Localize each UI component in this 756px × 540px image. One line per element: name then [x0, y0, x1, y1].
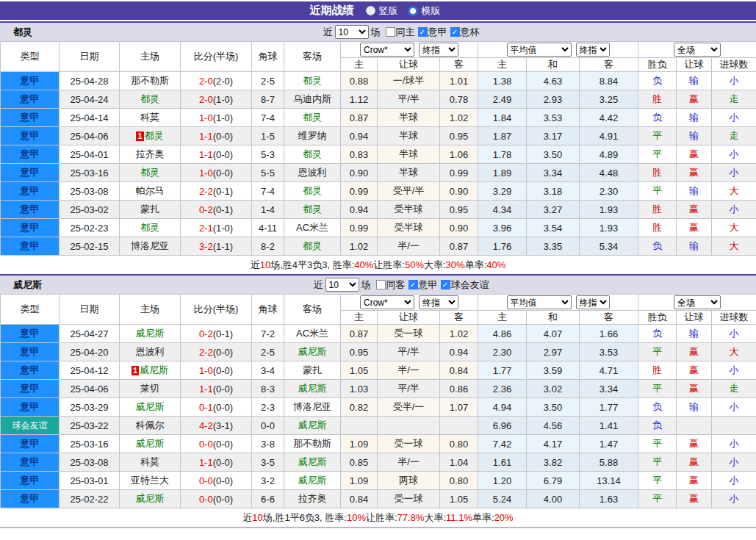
- near-label: 近: [314, 278, 323, 292]
- date-cell: 25-04-20: [60, 343, 120, 361]
- away-team-name: AC米兰: [296, 328, 328, 339]
- fulltime-score: 1-0: [199, 365, 213, 376]
- odds-company-select[interactable]: Crow*: [360, 295, 414, 309]
- filter-checkbox-意甲[interactable]: ✓意甲: [418, 26, 447, 39]
- date-cell: 25-03-01: [60, 472, 120, 490]
- summary-segment: 场,胜4平3负3, 胜率:: [270, 259, 354, 272]
- summary-segment: 大率:: [424, 259, 446, 272]
- score-cell: 2-2(0-0): [181, 343, 252, 361]
- result-outcome-cell: 平: [638, 127, 677, 145]
- odds-handicap-cell: [378, 417, 440, 435]
- filter-checkbox-同客[interactable]: 同客: [376, 278, 406, 292]
- halftime-score: (0-0): [213, 475, 233, 486]
- odds-home-cell: 0.99: [341, 182, 378, 201]
- home-team-name: 科莫: [140, 112, 159, 123]
- recent-count-select[interactable]: 10: [335, 25, 369, 39]
- subcol-header: 进球数: [712, 311, 756, 325]
- checkbox-icon[interactable]: ✓: [450, 27, 460, 37]
- result-outcome-cell: 平: [638, 435, 677, 453]
- corner-cell: 2-5: [252, 72, 284, 90]
- recent-count-select[interactable]: 10: [325, 278, 359, 292]
- fulltime-score: 4-2: [199, 420, 213, 431]
- avg-home-cell: 1.38: [478, 72, 527, 90]
- checkbox-icon[interactable]: ✓: [441, 280, 450, 289]
- odds-handicap-cell: 两球: [378, 472, 440, 490]
- filter-checkbox-球会友谊[interactable]: ✓球会友谊: [441, 278, 489, 292]
- results-table: 类型日期主场比分(半场)角球客场Crow*终指平均值终指全场主让球客主和客胜负让…: [0, 294, 756, 508]
- result-goals-cell: 小: [712, 361, 756, 380]
- result-handicap-cell: 输: [677, 72, 712, 90]
- avg-away-cell: 4.71: [580, 361, 638, 380]
- fulltime-score: 0-0: [199, 475, 213, 486]
- avg-odds-select[interactable]: 平均值: [507, 43, 572, 57]
- rank-badge: 1: [136, 132, 143, 141]
- team-name: 都灵: [13, 26, 32, 39]
- result-goals-cell: 大: [712, 237, 756, 256]
- avg-away-cell: 1.93: [580, 219, 638, 237]
- odds-company-select[interactable]: 终指: [419, 43, 458, 57]
- avg-odds-select[interactable]: 终指: [576, 295, 610, 309]
- col-header: 类型: [1, 295, 60, 325]
- home-team-name: 威尼斯: [136, 401, 165, 412]
- date-cell: 25-04-01: [60, 145, 120, 164]
- radio-horizontal-layout[interactable]: [408, 6, 418, 16]
- avg-odds-select[interactable]: 终指: [576, 43, 610, 57]
- score-cell: 2-0(1-0): [181, 90, 252, 109]
- odds-company-select[interactable]: Crow*: [360, 43, 414, 57]
- league-type-cell: 意甲: [1, 201, 60, 219]
- odds-handicap-cell: 平/半: [378, 380, 440, 398]
- halftime-score: (2-0): [213, 76, 233, 87]
- avg-draw-cell: 4.00: [527, 490, 580, 508]
- avg-odds-select[interactable]: 平均值: [507, 295, 572, 309]
- away-team-name: 都灵: [303, 185, 322, 196]
- checkbox-label: 意甲: [419, 278, 438, 292]
- date-cell: 25-02-22: [60, 490, 120, 508]
- scope-select[interactable]: 全场: [674, 295, 721, 309]
- avg-away-cell: 1.77: [580, 398, 638, 417]
- header-select-group: 全场: [638, 42, 756, 58]
- col-header: 日期: [60, 295, 120, 325]
- filter-checkbox-同主[interactable]: 同主: [386, 26, 415, 39]
- subcol-header: 让球: [677, 311, 712, 325]
- result-outcome-cell: 胜: [638, 164, 677, 182]
- league-type-cell: 意甲: [1, 343, 60, 361]
- halftime-score: (0-0): [213, 365, 233, 376]
- radio-vertical-layout[interactable]: [366, 6, 375, 15]
- halftime-score: (0-0): [213, 131, 233, 142]
- avg-away-cell: 1.63: [580, 490, 638, 508]
- score-cell: 2-0(2-0): [181, 72, 252, 90]
- avg-home-cell: 3.29: [478, 182, 527, 201]
- home-team-cell: 亚特兰大: [120, 472, 181, 490]
- corner-cell: 2-3: [252, 398, 284, 417]
- filter-checkbox-意杯[interactable]: ✓意杯: [450, 26, 480, 39]
- halftime-score: (0-1): [213, 186, 233, 197]
- odds-company-select[interactable]: 终指: [419, 295, 458, 309]
- subcol-header: 胜负: [638, 311, 677, 325]
- section-header-bar: 都灵近10场同主✓意甲✓意杯: [0, 21, 756, 41]
- avg-draw-cell: 3.82: [527, 453, 580, 472]
- checkbox-icon[interactable]: [386, 27, 395, 37]
- home-team-name: 威尼斯: [140, 364, 168, 375]
- checkbox-icon[interactable]: [376, 280, 386, 289]
- scope-select[interactable]: 全场: [674, 43, 721, 57]
- col-header: 日期: [60, 42, 120, 72]
- odds-away-cell: 0.99: [440, 164, 478, 182]
- radio-vertical-label: 竖版: [379, 4, 398, 18]
- away-team-cell: 拉齐奥: [284, 490, 341, 508]
- odds-away-cell: [440, 417, 478, 435]
- odds-handicap-cell: 受半/一: [378, 398, 440, 417]
- odds-handicap-cell: 受半球: [378, 219, 440, 237]
- halftime-score: (1-0): [213, 94, 233, 105]
- score-cell: 1-0(0-0): [181, 361, 252, 380]
- home-team-name: 那不勒斯: [131, 75, 169, 86]
- checkbox-label: 同客: [386, 278, 406, 292]
- league-type-cell: 意甲: [1, 182, 60, 201]
- score-cell: 0-0(0-0): [181, 490, 252, 508]
- fulltime-score: 3-2: [199, 241, 213, 252]
- match-row: 意甲25-04-061都灵1-1(0-0)1-5维罗纳0.94半球0.951.8…: [1, 127, 756, 145]
- filter-checkbox-意甲[interactable]: ✓意甲: [408, 278, 438, 292]
- checkbox-icon[interactable]: ✓: [418, 27, 428, 37]
- checkbox-icon[interactable]: ✓: [408, 280, 418, 289]
- odds-handicap-cell: 半球: [378, 109, 440, 127]
- league-type-cell: 意甲: [1, 164, 60, 182]
